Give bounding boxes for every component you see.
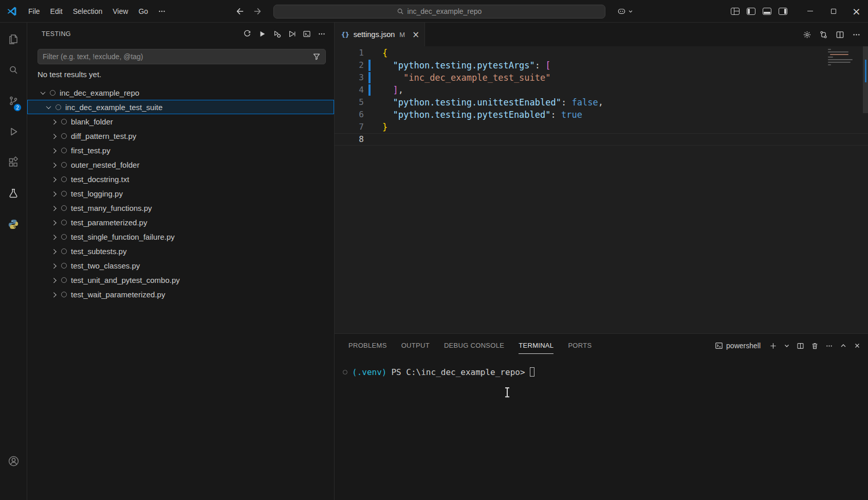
chevron-collapsed-icon[interactable] (50, 290, 58, 298)
chevron-collapsed-icon[interactable] (50, 218, 58, 226)
menu-selection[interactable]: Selection (68, 5, 107, 18)
chevron-collapsed-icon[interactable] (50, 233, 58, 241)
maximize-panel-chevron-up-icon[interactable] (840, 342, 847, 349)
code-line-8[interactable]: 8 (335, 133, 868, 146)
test-filter-input[interactable] (43, 52, 312, 61)
git-compare-icon[interactable] (819, 30, 828, 39)
tab-ports[interactable]: PORTS (568, 334, 592, 358)
run-tests-with-coverage-icon[interactable] (288, 30, 296, 38)
test-status-circle-icon (61, 133, 67, 139)
menu-more-icon[interactable] (154, 5, 170, 18)
toggle-secondary-sidebar-icon[interactable] (779, 8, 787, 15)
more-actions-icon[interactable] (852, 30, 861, 39)
command-center-search[interactable]: inc_dec_example_repo (273, 5, 605, 19)
chevron-collapsed-icon[interactable] (50, 117, 58, 126)
minimize-button[interactable] (799, 0, 822, 23)
tree-item-suite[interactable]: inc_dec_example_test_suite (27, 100, 334, 114)
more-actions-icon[interactable] (318, 30, 326, 38)
terminal-profile-chevron-icon[interactable] (784, 343, 790, 349)
debug-tests-icon[interactable] (273, 30, 281, 38)
filter-funnel-icon[interactable] (312, 52, 321, 61)
menu-go[interactable]: Go (134, 5, 153, 18)
run-tests-icon[interactable] (258, 30, 266, 38)
show-output-icon[interactable] (303, 30, 311, 38)
activitybar-search[interactable] (0, 55, 27, 85)
active-terminal-chip[interactable]: powershell (715, 342, 761, 350)
tree-item[interactable]: diff_pattern_test.py (27, 129, 334, 143)
code-line-2[interactable]: 2 "python.testing.pytestArgs": [ (335, 59, 868, 72)
refresh-tests-icon[interactable] (243, 30, 251, 38)
chevron-collapsed-icon[interactable] (50, 189, 58, 198)
chevron-collapsed-icon[interactable] (50, 204, 58, 212)
open-settings-ui-icon[interactable] (803, 30, 811, 39)
activitybar-source-control[interactable]: 2 (0, 85, 27, 116)
tab-settings-json[interactable]: {} settings.json M × (335, 23, 425, 46)
menu-edit[interactable]: Edit (46, 5, 67, 18)
test-status-circle-icon (61, 162, 67, 168)
chevron-collapsed-icon[interactable] (50, 160, 58, 169)
toggle-panel-icon[interactable] (763, 8, 771, 15)
activitybar-python[interactable] (0, 209, 27, 240)
close-button[interactable]: × (845, 0, 868, 23)
tab-debug-console[interactable]: DEBUG CONSOLE (444, 334, 504, 358)
chevron-down-icon (628, 9, 633, 14)
tree-item-repo[interactable]: inc_dec_example_repo (27, 85, 334, 100)
new-terminal-icon[interactable] (769, 342, 777, 350)
tree-item[interactable]: test_single_function_failure.py (27, 229, 334, 244)
minimap[interactable] (828, 49, 860, 67)
code-line-3[interactable]: 3 "inc_dec_example_test_suite" (335, 72, 868, 84)
close-panel-icon[interactable] (854, 342, 861, 349)
tree-item[interactable]: blank_folder (27, 114, 334, 129)
tree-item[interactable]: test_logging.py (27, 186, 334, 201)
code-line-6[interactable]: 6 "python.testing.pytestEnabled": true (335, 109, 868, 121)
chevron-collapsed-icon[interactable] (50, 175, 58, 183)
tree-item[interactable]: test_subtests.py (27, 244, 334, 258)
chevron-collapsed-icon[interactable] (50, 261, 58, 270)
code-editor[interactable]: 1{ 2 "python.testing.pytestArgs": [ 3 "i… (335, 46, 868, 333)
tab-close-icon[interactable]: × (412, 30, 419, 39)
test-tree: inc_dec_example_repo inc_dec_example_tes… (27, 85, 334, 301)
menu-view[interactable]: View (108, 5, 133, 18)
layout-controls (731, 8, 787, 15)
activitybar-accounts[interactable] (0, 454, 27, 468)
testing-beaker-icon (7, 187, 20, 200)
tree-item[interactable]: test_unit_and_pytest_combo.py (27, 273, 334, 287)
search-icon (397, 8, 404, 15)
tree-item[interactable]: first_test.py (27, 143, 334, 157)
code-line-7[interactable]: 7} (335, 121, 868, 133)
tab-output[interactable]: OUTPUT (401, 334, 430, 358)
menu-file[interactable]: File (24, 5, 45, 18)
chevron-collapsed-icon[interactable] (50, 276, 58, 284)
tree-item[interactable]: test_parameterized.py (27, 215, 334, 229)
copilot-menu[interactable] (617, 7, 633, 16)
code-line-5[interactable]: 5 "python.testing.unittestEnabled": fals… (335, 96, 868, 109)
tree-item[interactable]: outer_nested_folder (27, 157, 334, 172)
tree-item[interactable]: test_wait_parameterized.py (27, 287, 334, 301)
forward-arrow-icon[interactable] (253, 7, 262, 16)
tab-problems[interactable]: PROBLEMS (348, 334, 387, 358)
activitybar-extensions[interactable] (0, 147, 27, 178)
chevron-collapsed-icon[interactable] (50, 146, 58, 154)
kill-terminal-trash-icon[interactable] (811, 342, 819, 350)
tab-terminal[interactable]: TERMINAL (519, 334, 553, 358)
chevron-collapsed-icon[interactable] (50, 132, 58, 140)
activitybar-explorer[interactable] (0, 24, 27, 55)
maximize-button[interactable] (822, 0, 845, 23)
chevron-collapsed-icon[interactable] (50, 247, 58, 255)
split-terminal-icon[interactable] (797, 342, 804, 350)
activitybar-run-debug[interactable] (0, 116, 27, 147)
tree-item[interactable]: test_two_classes.py (27, 258, 334, 273)
back-arrow-icon[interactable] (235, 7, 245, 16)
split-editor-icon[interactable] (836, 30, 844, 39)
toggle-primary-sidebar-icon[interactable] (747, 8, 755, 15)
customize-layout-icon[interactable] (731, 8, 740, 15)
chevron-expanded-icon[interactable] (39, 88, 47, 97)
chevron-expanded-icon[interactable] (44, 103, 52, 111)
code-line-4[interactable]: 4 ], (335, 84, 868, 96)
tree-item[interactable]: test_docstring.txt (27, 172, 334, 186)
code-line-1[interactable]: 1{ (335, 47, 868, 59)
more-actions-icon[interactable] (825, 342, 833, 350)
tree-item[interactable]: test_many_functions.py (27, 201, 334, 215)
terminal-view[interactable]: (.venv) PS C:\inc_dec_example_repo> (335, 358, 868, 500)
activitybar-testing[interactable] (0, 178, 27, 209)
